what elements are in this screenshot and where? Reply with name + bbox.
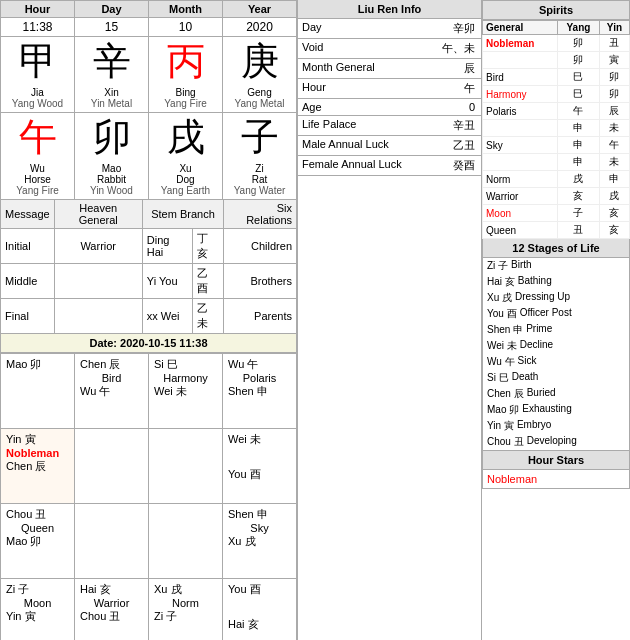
liu-ren-male-val: 乙丑 <box>447 136 481 155</box>
stage-chars: Mao 卯 <box>487 403 519 417</box>
cell-label: Chou 丑 <box>6 507 69 522</box>
heaven-initial: Warrior <box>54 228 142 263</box>
stage-label: Death <box>512 371 539 385</box>
spirits-name: Moon <box>483 205 558 222</box>
spirits-name: Bird <box>483 69 558 86</box>
month-mid-char: 戌 <box>149 113 222 163</box>
grid-cell: Mao 卯 <box>1 353 75 428</box>
grid-cell: Wu 午 Polaris Shen 申 <box>223 353 297 428</box>
liu-ren-female-val: 癸酉 <box>447 156 481 175</box>
spirits-row-warrior: Warrior 亥 戌 <box>483 188 630 205</box>
cell-yin: Yin 寅 <box>6 432 69 447</box>
cell-spirit: Polaris <box>228 372 291 384</box>
year-value: 2020 <box>223 18 296 37</box>
hour-sub: Yang Wood <box>1 98 74 113</box>
hour-name: Jia <box>1 87 74 98</box>
cell-spirit: Bird <box>80 372 143 384</box>
day-char: 辛 <box>75 37 148 87</box>
spirits-yin: 寅 <box>599 52 629 69</box>
grid-cell: Xu 戌 Norm Zi 子 <box>149 578 223 640</box>
stage-row: Xu 戌 Dressing Up <box>483 290 629 306</box>
cell-sub: Wu 午 <box>80 384 143 399</box>
spirits-name <box>483 120 558 137</box>
spirits-yang: 申 <box>558 137 600 154</box>
liu-ren-male-row: Male Annual Luck 乙丑 <box>298 136 481 156</box>
six-col-header: Six Relations <box>224 199 297 228</box>
cell-sub: You 酉 <box>228 467 291 482</box>
cell-label: Xu 戌 <box>154 582 217 597</box>
cell-label: Hai 亥 <box>80 582 143 597</box>
stage-row: Mao 卯 Exhausting <box>483 402 629 418</box>
liu-ren-day-label: Day <box>298 19 447 38</box>
cell-sub: Xu 戌 <box>228 534 291 549</box>
year-mid-name2: Rat <box>223 174 296 185</box>
grid-cell: Hai 亥 Warrior Chou 丑 <box>75 578 149 640</box>
msg-final: Final <box>1 298 55 333</box>
liu-ren-monthgen-label: Month General <box>298 59 458 78</box>
spirits-row-moon: Moon 子 亥 <box>483 205 630 222</box>
liu-ren-day-row: Day 辛卯 <box>298 19 481 39</box>
stage-chars: You 酉 <box>487 307 517 321</box>
grid-cell-empty <box>149 428 223 503</box>
year-mid-name: Zi <box>223 163 296 174</box>
grid-cell-empty <box>75 503 149 578</box>
month-header: Month <box>149 1 222 18</box>
cell-label: You 酉 <box>228 582 291 597</box>
year-header: Year <box>223 1 296 18</box>
spirits-yang: 戌 <box>558 171 600 188</box>
month-value: 10 <box>149 18 222 37</box>
cell-spirit: Harmony <box>154 372 217 384</box>
spirits-header: Spirits <box>482 0 630 20</box>
liu-ren-header: Liu Ren Info <box>298 0 481 19</box>
stage-label: Bathing <box>518 275 552 289</box>
spirits-yin: 卯 <box>599 69 629 86</box>
spirits-yin-header: Yin <box>599 21 629 35</box>
heaven-middle <box>54 263 142 298</box>
hour-stars-content: Nobleman <box>482 470 630 489</box>
nobleman-label: Nobleman <box>6 447 69 459</box>
cell-sub: Wei 未 <box>154 384 217 399</box>
chinese-middle: 乙酉 <box>193 263 224 298</box>
month-name: Bing <box>149 87 222 98</box>
stage-row: Yin 寅 Embryo <box>483 418 629 434</box>
liu-ren-monthgen-val: 辰 <box>458 59 481 78</box>
grid-cell-empty <box>75 428 149 503</box>
message-table: Message Heaven General Stem Branch Six R… <box>0 199 297 334</box>
stage-chars: Xu 戌 <box>487 291 512 305</box>
hour-stars-header: Hour Stars <box>482 451 630 470</box>
stage-label: Birth <box>511 259 532 273</box>
liu-ren-monthgen-row: Month General 辰 <box>298 59 481 79</box>
liu-ren-day-val: 辛卯 <box>447 19 481 38</box>
stage-row: Wei 未 Decline <box>483 338 629 354</box>
spirits-yang: 申 <box>558 120 600 137</box>
spirits-general-header: General <box>483 21 558 35</box>
spirits-row-harmony: Harmony 巳 卯 <box>483 86 630 103</box>
spirits-yang: 亥 <box>558 188 600 205</box>
spirits-name: Norm <box>483 171 558 188</box>
cell-label: Wei 未 <box>228 432 291 447</box>
stem-middle: Yi You <box>142 263 193 298</box>
stage-chars: Shen 申 <box>487 323 523 337</box>
month-mid-sub: Yang Earth <box>149 185 222 199</box>
stage-chars: Si 巳 <box>487 371 509 385</box>
stage-row: You 酉 Officer Post <box>483 306 629 322</box>
chinese-initial: 丁亥 <box>193 228 224 263</box>
stage-label: Buried <box>527 387 556 401</box>
day-mid-name2: Rabbit <box>75 174 148 185</box>
liu-ren-male-label: Male Annual Luck <box>298 136 447 155</box>
spirits-name: Warrior <box>483 188 558 205</box>
liu-ren-life-label: Life Palace <box>298 116 447 135</box>
stage-row: Wu 午 Sick <box>483 354 629 370</box>
liu-ren-female-label: Female Annual Luck <box>298 156 447 175</box>
day-header: Day <box>75 1 148 18</box>
spirits-yin: 未 <box>599 154 629 171</box>
spirits-yin: 辰 <box>599 103 629 120</box>
stage-chars: Zi 子 <box>487 259 508 273</box>
day-name: Xin <box>75 87 148 98</box>
spirits-name: Harmony <box>483 86 558 103</box>
hour-mid-char: 午 <box>1 113 74 163</box>
stage-label: Sick <box>518 355 537 369</box>
cell-sub: Hai 亥 <box>228 617 291 632</box>
cell-sub: Chou 丑 <box>80 609 143 624</box>
spirits-yin: 亥 <box>599 205 629 222</box>
